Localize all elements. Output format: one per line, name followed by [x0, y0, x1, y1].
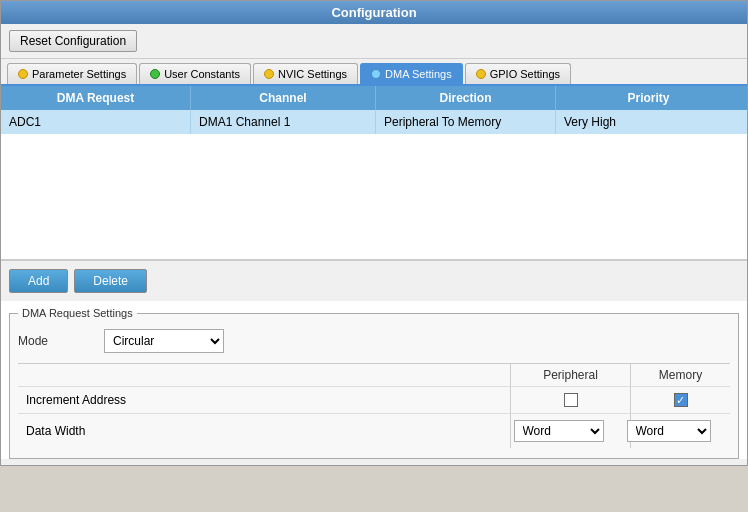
tab-dma-settings[interactable]: DMA Settings [360, 63, 463, 84]
main-content: DMA Request Channel Direction Priority A… [1, 86, 747, 459]
increment-address-label: Increment Address [26, 393, 126, 407]
cell-channel: DMA1 Channel 1 [191, 110, 376, 134]
table-row[interactable]: ADC1 DMA1 Channel 1 Peripheral To Memory… [1, 110, 747, 134]
col-header-channel: Channel [191, 86, 376, 110]
data-width-main: Data Width [18, 414, 510, 448]
dma-request-settings-group: DMA Request Settings Mode Normal Circula… [9, 307, 739, 459]
delete-button[interactable]: Delete [74, 269, 147, 293]
increment-memory-checkbox[interactable]: ✓ [674, 393, 688, 407]
dma-settings-legend: DMA Request Settings [18, 307, 137, 319]
mode-label: Mode [18, 334, 98, 348]
toolbar: Reset Configuration [1, 24, 747, 59]
col-header-direction: Direction [376, 86, 556, 110]
cell-direction: Peripheral To Memory [376, 110, 556, 134]
tab-indicator-nvic [264, 69, 274, 79]
table-body: ADC1 DMA1 Channel 1 Peripheral To Memory… [1, 110, 747, 260]
tab-indicator-gpio [476, 69, 486, 79]
mode-select[interactable]: Normal Circular [104, 329, 224, 353]
memory-column-header: Memory [630, 364, 730, 386]
data-width-peripheral-cell: Byte Half Word Word [510, 414, 630, 448]
increment-address-row: Increment Address ✓ [18, 386, 730, 413]
tab-label-nvic: NVIC Settings [278, 68, 347, 80]
data-width-label: Data Width [26, 424, 85, 438]
tab-gpio-settings[interactable]: GPIO Settings [465, 63, 571, 84]
tab-label-dma: DMA Settings [385, 68, 452, 80]
window-title: Configuration [331, 5, 416, 20]
tab-indicator-user [150, 69, 160, 79]
increment-peripheral-cell [510, 387, 630, 413]
tab-label-param: Parameter Settings [32, 68, 126, 80]
tab-indicator-dma [371, 69, 381, 79]
tab-parameter-settings[interactable]: Parameter Settings [7, 63, 137, 84]
cell-dma-request: ADC1 [1, 110, 191, 134]
add-button[interactable]: Add [9, 269, 68, 293]
peripheral-column-header: Peripheral [510, 364, 630, 386]
increment-peripheral-checkbox[interactable] [564, 393, 578, 407]
tab-indicator-param [18, 69, 28, 79]
increment-memory-cell: ✓ [630, 387, 730, 413]
data-width-peripheral-select[interactable]: Byte Half Word Word [514, 420, 604, 442]
tab-user-constants[interactable]: User Constants [139, 63, 251, 84]
table-header: DMA Request Channel Direction Priority [1, 86, 747, 110]
col-header-dma-request: DMA Request [1, 86, 191, 110]
tab-label-gpio: GPIO Settings [490, 68, 560, 80]
tab-nvic-settings[interactable]: NVIC Settings [253, 63, 358, 84]
col-header-priority: Priority [556, 86, 741, 110]
increment-address-main: Increment Address [18, 387, 510, 413]
main-window: Configuration Reset Configuration Parame… [0, 0, 748, 466]
cell-priority: Very High [556, 110, 741, 134]
tabs-bar: Parameter Settings User Constants NVIC S… [1, 59, 747, 86]
data-width-row: Data Width Byte Half Word Word Byte Half… [18, 413, 730, 448]
action-buttons: Add Delete [1, 260, 747, 301]
data-width-memory-select[interactable]: Byte Half Word Word [627, 420, 711, 442]
data-width-memory-cell: Byte Half Word Word [630, 414, 730, 448]
title-bar: Configuration [1, 1, 747, 24]
reset-config-button[interactable]: Reset Configuration [9, 30, 137, 52]
tab-label-user: User Constants [164, 68, 240, 80]
